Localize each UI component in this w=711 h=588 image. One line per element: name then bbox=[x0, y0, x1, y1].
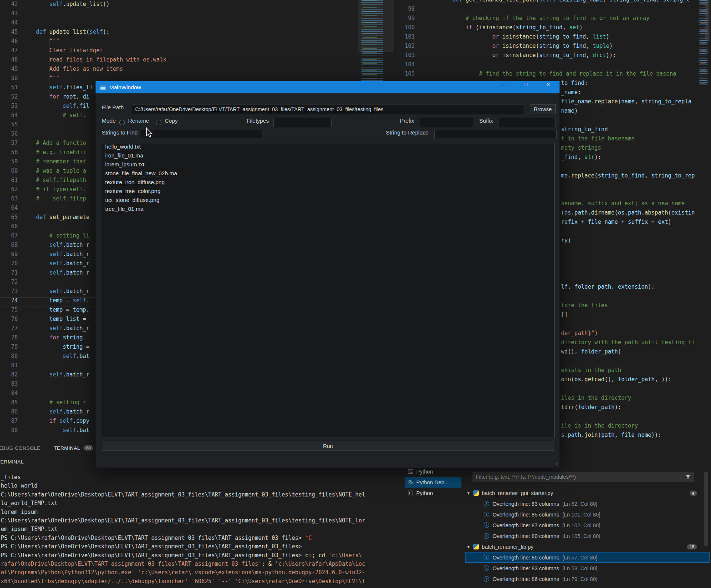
copy-radio-label[interactable]: Copy bbox=[165, 117, 178, 127]
info-icon: i bbox=[484, 555, 489, 560]
problem-file-name: batch_renamer_lib.py bbox=[482, 544, 533, 550]
app-icon bbox=[100, 84, 106, 90]
problems-tree: ▾batch_renamer_gui_starter.py4iOverlengt… bbox=[465, 488, 710, 584]
tab-terminal-label: TERMINAL bbox=[54, 445, 80, 451]
problem-row[interactable]: iOverlength line: 80 columns[Ln 57, Col … bbox=[465, 552, 710, 563]
tab-debug-console[interactable]: DEBUG CONSOLE bbox=[0, 445, 40, 451]
file-list-item[interactable]: texture_tree_color.png bbox=[102, 188, 554, 197]
panel-tabs: DEBUG CONSOLE TERMINAL60 bbox=[0, 443, 93, 453]
prefix-label: Prefix bbox=[400, 117, 414, 127]
code-fragment: wd(), folder_path) bbox=[561, 348, 621, 358]
file-list-item[interactable]: hello_world.txt bbox=[102, 143, 554, 152]
terminal-line: rafar\OneDrive\Desktop\ELVT\TART_assignm… bbox=[1, 561, 397, 569]
problem-message: Overlength line: 80 columns bbox=[493, 555, 559, 561]
problem-file-name: batch_renamer_gui_starter.py bbox=[482, 490, 553, 496]
problems-scrollbar[interactable] bbox=[704, 472, 708, 546]
problem-row[interactable]: iOverlength line: 80 columns[Ln 105, Col… bbox=[465, 531, 710, 541]
file-list-item[interactable]: lorem_ipsum.txt bbox=[102, 161, 554, 170]
problem-location: [Ln 102, Col 80] bbox=[563, 522, 600, 528]
code-line: 42 self.update_list() bbox=[0, 1, 166, 10]
problem-location: [Ln 58, Col 80] bbox=[563, 565, 597, 571]
filetypes-input[interactable] bbox=[273, 118, 332, 127]
dialog-title: MainWindow bbox=[109, 84, 141, 90]
problem-row[interactable]: iOverlength line: 85 columns[Ln 101, Col… bbox=[465, 509, 710, 520]
file-list-item[interactable]: texture_iron_diffuse.png bbox=[102, 179, 554, 188]
code-fragment: name) bbox=[561, 107, 578, 117]
maximize-button[interactable]: □ bbox=[514, 81, 537, 93]
suffix-input[interactable] bbox=[498, 118, 556, 127]
terminal-session-item[interactable]: Python Deb... bbox=[405, 477, 461, 488]
browse-button[interactable]: Browse bbox=[530, 104, 556, 114]
problem-message: Overlength line: 83 columns bbox=[493, 565, 559, 571]
terminal-session-item[interactable]: Python bbox=[405, 488, 461, 498]
terminal-line: C:\Users\rafar\OneDrive\Desktop\ELVT\TAR… bbox=[1, 517, 397, 526]
problems-filter-input[interactable] bbox=[473, 472, 694, 482]
resize-grip[interactable] bbox=[554, 460, 558, 466]
code-line: 44 bbox=[0, 19, 166, 29]
minimize-button[interactable]: – bbox=[492, 81, 514, 93]
code-fragment: refix + file_name + suffix + ext) bbox=[561, 219, 671, 228]
terminal-line: x64\bundled\libs\debugpy\adapter/../..\d… bbox=[1, 578, 397, 587]
terminal-line: lo_world_TEMP.txt bbox=[1, 500, 397, 508]
problem-row[interactable]: iOverlength line: 86 columns[Ln 79, Col … bbox=[465, 574, 710, 584]
file-list-item[interactable]: tree_file_01.ma bbox=[102, 206, 554, 215]
chevron-down-icon[interactable]: ▾ bbox=[467, 544, 473, 549]
problem-location: [Ln 105, Col 80] bbox=[563, 533, 600, 539]
string-to-replace-label: String to Replace bbox=[386, 129, 428, 139]
terminal-output[interactable]: _fileshello_worldC:\Users\rafar\OneDrive… bbox=[1, 474, 397, 587]
info-icon: i bbox=[484, 512, 489, 517]
problem-count-badge: 18 bbox=[687, 544, 697, 549]
string-to-replace-input[interactable] bbox=[434, 130, 557, 139]
info-icon: i bbox=[484, 501, 489, 506]
file-list[interactable]: hello_world.txtiron_file_01.malorem_ipsu… bbox=[102, 143, 555, 438]
terminal-icon bbox=[408, 490, 413, 496]
file-list-item[interactable]: tex_stone_diffuse.png bbox=[102, 197, 554, 206]
rename-radio[interactable] bbox=[119, 120, 125, 125]
terminal-line: em_ipsum_TEMP.txt bbox=[1, 526, 397, 534]
code-line: 46 """ bbox=[0, 38, 166, 47]
code-fragment: sename. suffix and ext; as a new name bbox=[561, 200, 685, 209]
filter-icon[interactable] bbox=[685, 474, 691, 479]
terminal-line: PS C:\Users\rafar\OneDrive\Desktop\ELVT\… bbox=[1, 543, 397, 552]
run-button[interactable]: Run bbox=[102, 441, 554, 451]
info-icon: i bbox=[484, 522, 489, 528]
left-minimap[interactable] bbox=[358, 0, 394, 82]
problem-message: Overlength line: 80 columns bbox=[493, 533, 559, 539]
strings-to-find-input[interactable] bbox=[141, 130, 263, 139]
terminal-session-list: PythonPython Deb...Python bbox=[405, 466, 461, 498]
right-editor-overflow: to_find:_name:file_name.replace(name, st… bbox=[561, 0, 698, 441]
code-fragment: mpty strings bbox=[561, 144, 601, 154]
code-line: 48 read files in filepath with os.walk bbox=[0, 56, 166, 66]
copy-radio[interactable] bbox=[156, 120, 161, 125]
rename-radio-label[interactable]: Rename bbox=[128, 117, 149, 127]
prefix-input[interactable] bbox=[420, 118, 473, 127]
problem-row[interactable]: iOverlength line: 83 columns[Ln 58, Col … bbox=[465, 563, 710, 574]
file-list-item[interactable]: iron_file_01.ma bbox=[102, 152, 554, 161]
problem-location: [Ln 79, Col 80] bbox=[563, 576, 597, 582]
info-icon: i bbox=[484, 533, 489, 539]
tab-terminal[interactable]: TERMINAL60 bbox=[54, 445, 93, 451]
problem-file-row[interactable]: ▾batch_renamer_lib.py18 bbox=[465, 541, 710, 552]
problem-row[interactable]: iOverlength line: 83 columns[Ln 82, Col … bbox=[465, 498, 710, 509]
code-fragment: _find, str): bbox=[561, 154, 601, 163]
problem-row[interactable]: iOverlength line: 87 columns[Ln 102, Col… bbox=[465, 520, 710, 531]
editor-scrollbar[interactable] bbox=[705, 0, 710, 41]
code-fragment: me.replace(string_to_find, string_to_rep bbox=[561, 172, 695, 182]
terminal-line: PS C:\Users\rafar\OneDrive\Desktop\ELVT\… bbox=[1, 535, 397, 543]
terminal-session-label: Python Deb... bbox=[416, 479, 449, 485]
dialog-titlebar[interactable]: MainWindow – □ × bbox=[96, 81, 560, 93]
code-line: 49 Add files as new items bbox=[0, 66, 166, 75]
file-path-input[interactable] bbox=[132, 104, 524, 114]
mode-label: Mode bbox=[102, 117, 116, 127]
terminal-count-badge: 60 bbox=[83, 445, 93, 451]
chevron-down-icon[interactable]: ▾ bbox=[467, 491, 473, 496]
problem-file-row[interactable]: ▾batch_renamer_gui_starter.py4 bbox=[465, 488, 710, 498]
terminal-icon bbox=[408, 469, 413, 474]
close-button[interactable]: × bbox=[537, 81, 560, 93]
filetypes-label: Filetypes bbox=[247, 117, 269, 127]
file-list-item[interactable]: stone_file_final_new_02b.ma bbox=[102, 170, 554, 179]
code-fragment: (os.path.dirname(os.path.abspath(existin bbox=[561, 209, 695, 219]
mainwindow-dialog: MainWindow – □ × File Path Browse Mode R… bbox=[95, 81, 560, 468]
gear-icon bbox=[408, 479, 413, 485]
strings-to-find-label: Strings to Find bbox=[102, 129, 138, 139]
